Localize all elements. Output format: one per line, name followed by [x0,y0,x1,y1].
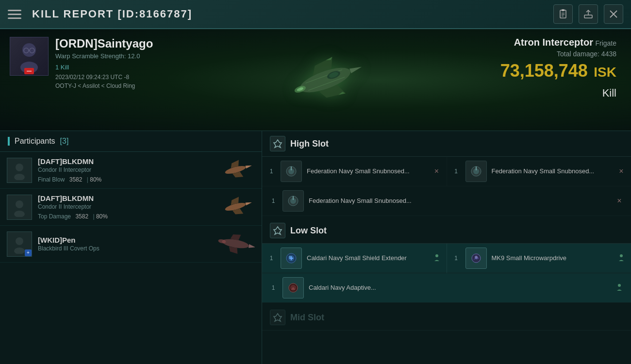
participant-avatar [7,158,32,183]
header-actions [553,4,623,24]
low-slot-item-3-icon [282,277,304,298]
svg-marker-41 [249,244,255,249]
participants-panel: Participants [3] [DAFT]BLKDMN Condor II … [0,131,262,364]
clipboard-button[interactable] [553,4,573,24]
participant-info: [WKID]Pen Blackbird III Covert Ops [38,236,216,252]
kill-count: 1 Kill [55,64,165,71]
ship-name-type: Atron Interceptor Frigate [485,37,616,48]
low-slot-icon [270,223,285,238]
svg-marker-35 [245,201,252,205]
participant-item[interactable]: [DAFT]BLKDMN Condor II Interceptor Final… [0,152,262,189]
more-slot-header: Mid Slot [262,305,631,331]
main-content: — [ORDN]Saintyago Warp Scramble Strength… [0,29,631,364]
participant-avatar [7,195,32,220]
low-slot-row-1-pair: 1 Caldari Navy Small Shield Extender [262,244,631,273]
svg-point-59 [435,254,438,257]
svg-point-33 [14,211,25,217]
pilot-avatar: — [10,37,49,76]
low-slot-item-1-icon [281,248,302,269]
isk-row: 73,158,748 ISK [485,61,616,81]
high-slot-item-1-right[interactable]: 1 Federation Navy Small Snubnosed... × [447,157,631,186]
svg-point-61 [475,256,478,259]
high-slot-item-2[interactable]: 1 Federation Navy Small Snubnosed... × [262,186,631,216]
participants-header: Participants [3] [0,131,262,152]
kill-date: 2023/02/12 09:24:23 UTC -8 [55,74,165,81]
svg-point-26 [16,164,23,171]
svg-marker-29 [245,164,252,168]
ship-area [165,37,485,123]
svg-point-62 [620,254,623,257]
menu-button[interactable] [8,5,25,23]
high-slot-item-1-icon [281,161,302,182]
high-slot-item-2-icon [282,190,304,212]
svg-point-39 [14,248,25,254]
equipment-panel: High Slot 1 Federation Navy Small Snubno… [262,131,631,364]
svg-point-9 [22,43,36,57]
export-button[interactable] [579,4,598,24]
low-slot-header: Low Slot [262,218,631,244]
svg-rect-0 [560,10,566,18]
high-slot-icon [270,136,285,151]
participant-plus-badge: + [25,249,32,256]
participant-item[interactable]: [DAFT]BLKDMN Condor II Interceptor Top D… [0,189,262,226]
header: KILL REPORT [ID:8166787] [0,0,631,29]
svg-marker-15 [349,64,363,73]
low-slot-item-3[interactable]: 1 Caldari Navy Adaptive... [262,273,631,303]
participant-avatar: + [7,232,32,257]
low-slot-item-2[interactable]: 1 MK9 Small Microwarpdrive [447,244,631,273]
page-title: KILL REPORT [ID:8166787] [32,8,553,20]
kill-location: OOTY-J < Assilot < Cloud Ring [55,83,165,89]
close-button[interactable] [604,4,623,24]
kill-stats: Atron Interceptor Frigate Total damage: … [485,37,621,123]
info-bar: — [ORDN]Saintyago Warp Scramble Strength… [0,29,631,131]
svg-point-27 [14,174,25,180]
pilot-name: [ORDN]Saintyago [55,37,165,50]
ship-image [267,49,383,112]
participant-ship-image [216,231,255,257]
pilot-section: — [ORDN]Saintyago Warp Scramble Strength… [10,37,165,123]
pilot-badge: — [24,68,34,74]
svg-point-38 [16,237,23,245]
svg-point-56 [289,256,291,258]
svg-rect-5 [584,15,592,18]
pilot-warp-scramble: Warp Scramble Strength: 12.0 [55,52,165,60]
kill-result: Kill [485,87,616,99]
participant-info: [DAFT]BLKDMN Condor II Interceptor Top D… [38,194,216,220]
bottom-section: Participants [3] [DAFT]BLKDMN Condor II … [0,131,631,364]
participant-ship-image [216,194,255,220]
low-slot-item-1[interactable]: 1 Caldari Navy Small Shield Extender [262,244,447,273]
participant-ship-image [216,157,255,183]
participant-stats: Top Damage 3582 | 80% [38,213,216,220]
header-accent-bar [8,137,10,146]
more-slot-icon [270,310,285,325]
high-slot-right-icon [465,161,487,182]
total-damage: Total damage: 4438 [485,50,616,58]
svg-point-32 [16,200,23,208]
high-slot-item-1[interactable]: 1 Federation Navy Small Snubnosed... × [262,157,447,186]
participant-item[interactable]: + [WKID]Pen Blackbird III Covert Ops [0,226,262,263]
low-slot-item-2-icon [465,248,487,269]
participant-stats: Final Blow 3582 | 80% [38,176,216,183]
high-slot-header: High Slot [262,131,631,157]
high-slot-row-1-pair: 1 Federation Navy Small Snubnosed... × 1 [262,157,631,186]
pilot-info: [ORDN]Saintyago Warp Scramble Strength: … [55,37,165,89]
participant-info: [DAFT]BLKDMN Condor II Interceptor Final… [38,157,216,183]
svg-point-65 [618,284,621,287]
svg-rect-1 [562,9,565,11]
